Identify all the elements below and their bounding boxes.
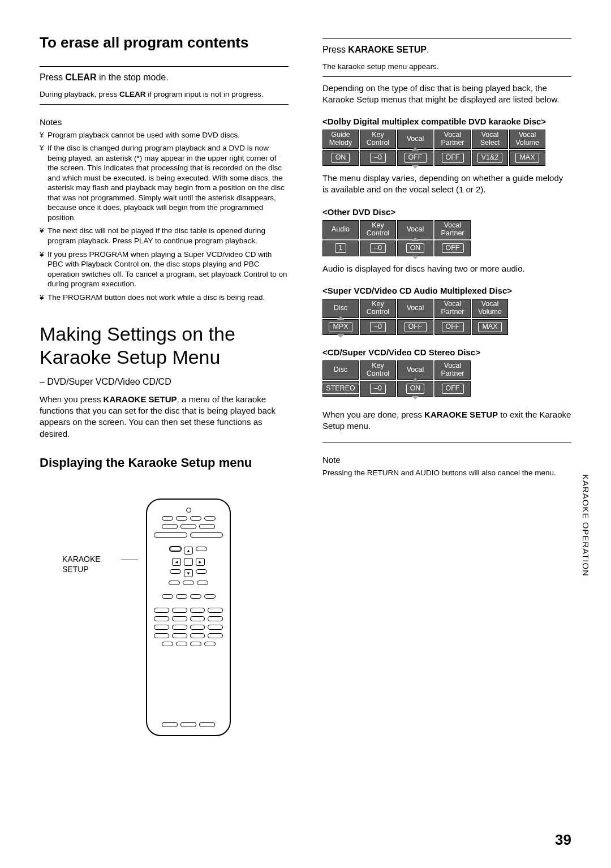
remote-button	[172, 633, 187, 638]
remote-callout-label: KARAOKE SETUP	[62, 554, 113, 574]
menu-header-cell: Disc	[322, 360, 359, 380]
menu-value: OFF	[442, 384, 464, 394]
remote-button	[180, 524, 196, 529]
remote-button	[190, 625, 205, 630]
remote-button	[169, 581, 180, 585]
menu-value-cell: OFF	[434, 240, 471, 256]
text: During playback, press	[40, 90, 119, 98]
menu-value: –0	[370, 384, 386, 394]
table3-label: <Super VCD/Video CD Audio Multiplexed Di…	[322, 286, 571, 295]
table3: DiscMPXKey Control–0VocalOFFVocal Partne…	[322, 299, 571, 335]
clear-keyword: CLEAR	[119, 90, 146, 98]
right-column: Press KARAOKE SETUP. The karaoke setup m…	[317, 34, 571, 845]
note-heading: Note	[322, 455, 571, 465]
menu-header-cell: Vocal Select	[472, 130, 508, 149]
remote-button	[197, 581, 208, 585]
menu-column: Key Control–0	[360, 360, 396, 397]
menu-value: MAX	[515, 153, 539, 163]
remote-button	[208, 633, 223, 638]
note-item: If you press PROGRAM when playing a Supe…	[40, 250, 289, 289]
menu-column: Guide MelodyON	[322, 130, 359, 166]
text: When you are done, press	[322, 410, 424, 419]
menu-column: Vocal PartnerOFF	[434, 220, 471, 256]
menu-header-cell: Guide Melody	[322, 130, 359, 149]
step-result: The karaoke setup menu appears.	[322, 62, 571, 72]
menu-column: VocalON	[397, 220, 433, 256]
text: When you press	[40, 394, 104, 404]
page-number: 39	[555, 831, 571, 849]
remote-button	[204, 516, 216, 521]
remote-button	[176, 594, 187, 599]
menu-value-cell: MAX	[509, 150, 545, 166]
menu-value-cell: ON	[397, 381, 433, 397]
menu-header-cell: Vocal Partner	[434, 220, 471, 239]
remote-outline: ▲ ◄► ▼	[146, 499, 231, 736]
remote-button	[154, 532, 187, 538]
rule	[40, 66, 289, 67]
menu-value-cell: OFF	[434, 150, 471, 166]
note-item: The PROGRAM button does not work while a…	[40, 293, 289, 303]
remote-button	[190, 633, 205, 638]
note-item: The next disc will not be played if the …	[40, 226, 289, 246]
rule	[322, 38, 571, 39]
menu-header-cell: Disc	[322, 299, 359, 318]
page: To erase all program contents Press CLEA…	[0, 0, 611, 868]
remote-button	[170, 569, 181, 574]
menu-header-cell: Key Control	[360, 220, 396, 239]
step-instruction: Press KARAOKE SETUP.	[322, 45, 571, 55]
karaoke-setup-button	[170, 547, 181, 551]
menu-column: Key Control–0	[360, 130, 396, 166]
note-item: Program playback cannot be used with som…	[40, 130, 289, 140]
erase-title: To erase all program contents	[40, 34, 289, 51]
clear-keyword: CLEAR	[65, 72, 96, 82]
menu-value-cell: MPX	[322, 319, 359, 335]
rule	[322, 76, 571, 77]
remote-button	[190, 608, 205, 613]
menu-value-cell: –0	[360, 150, 396, 166]
menu-column: DiscSTEREO	[322, 360, 359, 397]
menu-value-cell: ON	[397, 240, 433, 256]
remote-button	[162, 516, 173, 521]
remote-button	[184, 558, 193, 566]
remote-button	[190, 616, 205, 621]
menu-header-cell: Vocal Partner	[434, 130, 471, 149]
erase-instruction: Press CLEAR in the stop mode.	[40, 72, 289, 83]
menu-column: Key Control–0	[360, 220, 396, 256]
remote-button	[183, 581, 194, 585]
remote-button	[172, 616, 187, 621]
menu-value-cell: V1&2	[472, 150, 508, 166]
karaoke-setup-keyword: KARAOKE SETUP	[424, 410, 498, 419]
remote-button	[176, 642, 187, 646]
done-paragraph: When you are done, press KARAOKE SETUP t…	[322, 409, 571, 432]
menu-value-cell: –0	[360, 240, 396, 256]
menu-value: MAX	[478, 322, 501, 332]
remote-button	[172, 608, 187, 613]
notes-heading: Notes	[40, 117, 289, 127]
menu-value: –0	[370, 243, 386, 253]
menu-value-cell: –0	[360, 381, 396, 397]
title-line1: Making Settings on the	[40, 323, 235, 345]
menu-column: VocalON	[397, 360, 433, 397]
remote-button	[208, 616, 223, 621]
menu-value-cell: OFF	[397, 150, 433, 166]
remote-button	[162, 524, 178, 529]
menu-value-cell: OFF	[397, 319, 433, 335]
callout-line	[121, 560, 138, 560]
remote-button: ▼	[184, 569, 193, 577]
remote-button	[154, 633, 169, 638]
menu-column: Vocal PartnerOFF	[434, 130, 471, 166]
menu-value: ON	[332, 153, 350, 163]
title-line2: Karaoke Setup Menu	[40, 346, 220, 368]
rule	[322, 442, 571, 442]
menu-column: DiscMPX	[322, 299, 359, 335]
menu-header-cell: Key Control	[360, 299, 396, 318]
remote-button: ▲	[184, 547, 193, 555]
table2: Audio1Key Control–0VocalONVocal PartnerO…	[322, 220, 571, 256]
remote-button	[154, 608, 169, 613]
table1: Guide MelodyONKey Control–0VocalOFFVocal…	[322, 130, 571, 166]
menu-column: Vocal VolumeMAX	[472, 299, 508, 335]
menu-header-cell: Vocal	[397, 299, 433, 318]
remote-button	[208, 608, 223, 613]
rule	[40, 104, 289, 105]
intro-paragraph: When you press KARAOKE SETUP, a menu of …	[40, 394, 289, 440]
